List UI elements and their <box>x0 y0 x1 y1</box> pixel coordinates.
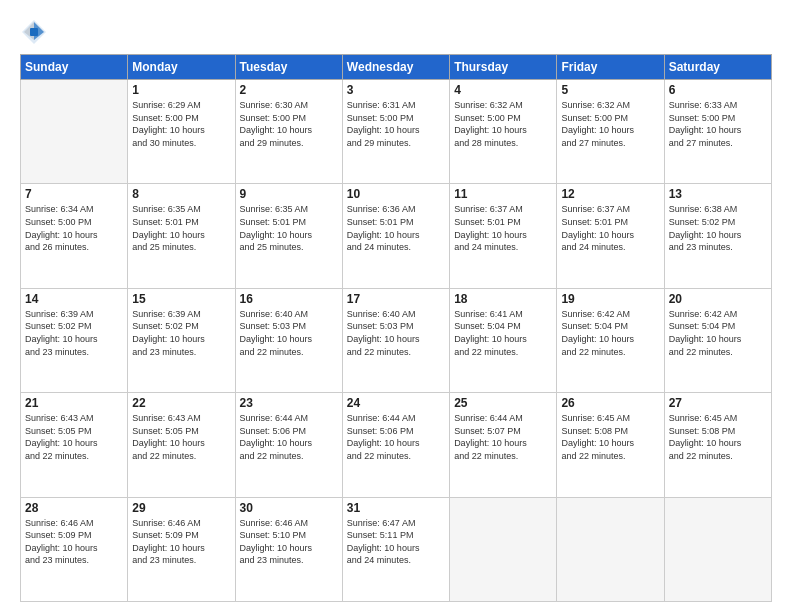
logo-icon <box>20 18 48 46</box>
day-info: Sunrise: 6:34 AM Sunset: 5:00 PM Dayligh… <box>25 203 123 253</box>
day-header-saturday: Saturday <box>664 55 771 80</box>
day-info: Sunrise: 6:46 AM Sunset: 5:10 PM Dayligh… <box>240 517 338 567</box>
calendar-cell: 29Sunrise: 6:46 AM Sunset: 5:09 PM Dayli… <box>128 497 235 601</box>
calendar-cell: 23Sunrise: 6:44 AM Sunset: 5:06 PM Dayli… <box>235 393 342 497</box>
calendar-cell: 6Sunrise: 6:33 AM Sunset: 5:00 PM Daylig… <box>664 80 771 184</box>
day-number: 6 <box>669 83 767 97</box>
day-info: Sunrise: 6:37 AM Sunset: 5:01 PM Dayligh… <box>561 203 659 253</box>
calendar-cell <box>557 497 664 601</box>
day-info: Sunrise: 6:47 AM Sunset: 5:11 PM Dayligh… <box>347 517 445 567</box>
day-number: 15 <box>132 292 230 306</box>
day-number: 27 <box>669 396 767 410</box>
calendar-cell: 4Sunrise: 6:32 AM Sunset: 5:00 PM Daylig… <box>450 80 557 184</box>
day-info: Sunrise: 6:44 AM Sunset: 5:07 PM Dayligh… <box>454 412 552 462</box>
calendar-cell: 2Sunrise: 6:30 AM Sunset: 5:00 PM Daylig… <box>235 80 342 184</box>
day-number: 10 <box>347 187 445 201</box>
day-number: 24 <box>347 396 445 410</box>
calendar-cell: 12Sunrise: 6:37 AM Sunset: 5:01 PM Dayli… <box>557 184 664 288</box>
days-header-row: SundayMondayTuesdayWednesdayThursdayFrid… <box>21 55 772 80</box>
calendar-cell: 8Sunrise: 6:35 AM Sunset: 5:01 PM Daylig… <box>128 184 235 288</box>
day-info: Sunrise: 6:38 AM Sunset: 5:02 PM Dayligh… <box>669 203 767 253</box>
day-info: Sunrise: 6:42 AM Sunset: 5:04 PM Dayligh… <box>669 308 767 358</box>
day-number: 17 <box>347 292 445 306</box>
calendar-cell: 11Sunrise: 6:37 AM Sunset: 5:01 PM Dayli… <box>450 184 557 288</box>
calendar-cell: 9Sunrise: 6:35 AM Sunset: 5:01 PM Daylig… <box>235 184 342 288</box>
calendar-table: SundayMondayTuesdayWednesdayThursdayFrid… <box>20 54 772 602</box>
week-row-5: 28Sunrise: 6:46 AM Sunset: 5:09 PM Dayli… <box>21 497 772 601</box>
calendar-cell: 28Sunrise: 6:46 AM Sunset: 5:09 PM Dayli… <box>21 497 128 601</box>
day-info: Sunrise: 6:44 AM Sunset: 5:06 PM Dayligh… <box>240 412 338 462</box>
calendar-cell: 15Sunrise: 6:39 AM Sunset: 5:02 PM Dayli… <box>128 288 235 392</box>
day-number: 29 <box>132 501 230 515</box>
day-number: 25 <box>454 396 552 410</box>
calendar-cell: 16Sunrise: 6:40 AM Sunset: 5:03 PM Dayli… <box>235 288 342 392</box>
day-info: Sunrise: 6:40 AM Sunset: 5:03 PM Dayligh… <box>347 308 445 358</box>
day-info: Sunrise: 6:30 AM Sunset: 5:00 PM Dayligh… <box>240 99 338 149</box>
day-number: 7 <box>25 187 123 201</box>
day-header-monday: Monday <box>128 55 235 80</box>
day-info: Sunrise: 6:32 AM Sunset: 5:00 PM Dayligh… <box>561 99 659 149</box>
week-row-1: 1Sunrise: 6:29 AM Sunset: 5:00 PM Daylig… <box>21 80 772 184</box>
day-number: 9 <box>240 187 338 201</box>
day-number: 22 <box>132 396 230 410</box>
day-header-tuesday: Tuesday <box>235 55 342 80</box>
calendar-cell <box>664 497 771 601</box>
day-number: 8 <box>132 187 230 201</box>
day-number: 23 <box>240 396 338 410</box>
calendar-cell: 26Sunrise: 6:45 AM Sunset: 5:08 PM Dayli… <box>557 393 664 497</box>
calendar-cell: 10Sunrise: 6:36 AM Sunset: 5:01 PM Dayli… <box>342 184 449 288</box>
calendar-cell: 21Sunrise: 6:43 AM Sunset: 5:05 PM Dayli… <box>21 393 128 497</box>
calendar-cell: 17Sunrise: 6:40 AM Sunset: 5:03 PM Dayli… <box>342 288 449 392</box>
day-info: Sunrise: 6:45 AM Sunset: 5:08 PM Dayligh… <box>561 412 659 462</box>
day-info: Sunrise: 6:39 AM Sunset: 5:02 PM Dayligh… <box>132 308 230 358</box>
header <box>20 18 772 46</box>
calendar-cell: 7Sunrise: 6:34 AM Sunset: 5:00 PM Daylig… <box>21 184 128 288</box>
day-number: 28 <box>25 501 123 515</box>
logo <box>20 18 52 46</box>
calendar-cell <box>450 497 557 601</box>
day-info: Sunrise: 6:44 AM Sunset: 5:06 PM Dayligh… <box>347 412 445 462</box>
day-header-wednesday: Wednesday <box>342 55 449 80</box>
calendar-cell: 30Sunrise: 6:46 AM Sunset: 5:10 PM Dayli… <box>235 497 342 601</box>
day-number: 19 <box>561 292 659 306</box>
day-info: Sunrise: 6:39 AM Sunset: 5:02 PM Dayligh… <box>25 308 123 358</box>
calendar-cell: 27Sunrise: 6:45 AM Sunset: 5:08 PM Dayli… <box>664 393 771 497</box>
day-info: Sunrise: 6:31 AM Sunset: 5:00 PM Dayligh… <box>347 99 445 149</box>
day-info: Sunrise: 6:43 AM Sunset: 5:05 PM Dayligh… <box>132 412 230 462</box>
day-info: Sunrise: 6:36 AM Sunset: 5:01 PM Dayligh… <box>347 203 445 253</box>
day-number: 11 <box>454 187 552 201</box>
day-number: 26 <box>561 396 659 410</box>
day-header-thursday: Thursday <box>450 55 557 80</box>
calendar-cell <box>21 80 128 184</box>
week-row-2: 7Sunrise: 6:34 AM Sunset: 5:00 PM Daylig… <box>21 184 772 288</box>
calendar-cell: 19Sunrise: 6:42 AM Sunset: 5:04 PM Dayli… <box>557 288 664 392</box>
day-number: 18 <box>454 292 552 306</box>
day-number: 16 <box>240 292 338 306</box>
day-info: Sunrise: 6:46 AM Sunset: 5:09 PM Dayligh… <box>25 517 123 567</box>
day-info: Sunrise: 6:45 AM Sunset: 5:08 PM Dayligh… <box>669 412 767 462</box>
day-info: Sunrise: 6:33 AM Sunset: 5:00 PM Dayligh… <box>669 99 767 149</box>
day-number: 1 <box>132 83 230 97</box>
day-header-sunday: Sunday <box>21 55 128 80</box>
week-row-4: 21Sunrise: 6:43 AM Sunset: 5:05 PM Dayli… <box>21 393 772 497</box>
calendar-cell: 22Sunrise: 6:43 AM Sunset: 5:05 PM Dayli… <box>128 393 235 497</box>
day-number: 30 <box>240 501 338 515</box>
page: SundayMondayTuesdayWednesdayThursdayFrid… <box>0 0 792 612</box>
day-number: 20 <box>669 292 767 306</box>
day-info: Sunrise: 6:32 AM Sunset: 5:00 PM Dayligh… <box>454 99 552 149</box>
calendar-cell: 31Sunrise: 6:47 AM Sunset: 5:11 PM Dayli… <box>342 497 449 601</box>
calendar-cell: 3Sunrise: 6:31 AM Sunset: 5:00 PM Daylig… <box>342 80 449 184</box>
day-info: Sunrise: 6:35 AM Sunset: 5:01 PM Dayligh… <box>240 203 338 253</box>
calendar-cell: 18Sunrise: 6:41 AM Sunset: 5:04 PM Dayli… <box>450 288 557 392</box>
day-number: 21 <box>25 396 123 410</box>
day-info: Sunrise: 6:41 AM Sunset: 5:04 PM Dayligh… <box>454 308 552 358</box>
day-info: Sunrise: 6:42 AM Sunset: 5:04 PM Dayligh… <box>561 308 659 358</box>
calendar-cell: 20Sunrise: 6:42 AM Sunset: 5:04 PM Dayli… <box>664 288 771 392</box>
day-info: Sunrise: 6:29 AM Sunset: 5:00 PM Dayligh… <box>132 99 230 149</box>
calendar-cell: 24Sunrise: 6:44 AM Sunset: 5:06 PM Dayli… <box>342 393 449 497</box>
day-number: 12 <box>561 187 659 201</box>
calendar-cell: 13Sunrise: 6:38 AM Sunset: 5:02 PM Dayli… <box>664 184 771 288</box>
day-number: 2 <box>240 83 338 97</box>
day-info: Sunrise: 6:43 AM Sunset: 5:05 PM Dayligh… <box>25 412 123 462</box>
day-number: 14 <box>25 292 123 306</box>
